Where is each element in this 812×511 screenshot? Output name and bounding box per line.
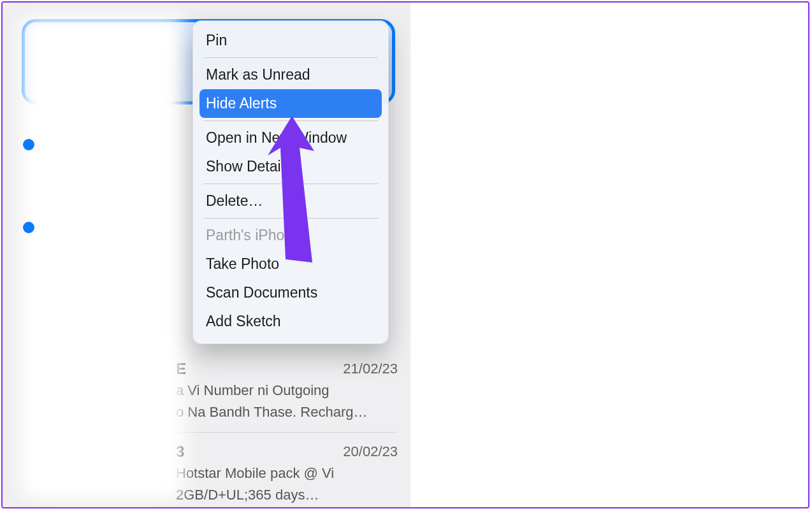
conversation-row[interactable]: E 21/02/23 a Vi Number ni Outgoing o Na … xyxy=(176,359,398,433)
annotated-screenshot-frame: E 21/02/23 a Vi Number ni Outgoing o Na … xyxy=(1,1,809,508)
conversation-preview: Hotstar Mobile pack @ Vi xyxy=(176,464,398,483)
menu-item-scan-documents[interactable]: Scan Documents xyxy=(199,278,382,307)
conversation-preview: o Na Bandh Thase. Recharg… xyxy=(176,403,398,422)
unread-dot-icon xyxy=(23,139,34,150)
conversation-preview: 2GB/D+UL;365 days… xyxy=(176,486,398,505)
menu-item-show-details[interactable]: Show Details xyxy=(199,152,382,181)
menu-separator xyxy=(203,218,378,219)
conversation-date: 20/02/23 xyxy=(343,442,398,461)
menu-separator xyxy=(203,184,378,184)
menu-item-pin[interactable]: Pin xyxy=(199,26,382,55)
conversation-date: 21/02/23 xyxy=(343,359,398,378)
menu-item-hide-alerts[interactable]: Hide Alerts xyxy=(199,89,382,118)
menu-device-header: Parth's iPhone xyxy=(199,221,382,250)
menu-item-open-new-window[interactable]: Open in New Window xyxy=(199,124,382,152)
context-menu: Pin Mark as Unread Hide Alerts Open in N… xyxy=(192,20,389,344)
menu-item-take-photo[interactable]: Take Photo xyxy=(199,250,382,278)
menu-separator xyxy=(203,120,378,121)
menu-item-delete[interactable]: Delete… xyxy=(199,187,382,215)
conversation-row[interactable]: 3 20/02/23 Hotstar Mobile pack @ Vi 2GB/… xyxy=(176,442,398,505)
menu-separator xyxy=(203,57,378,58)
unread-dot-icon xyxy=(23,222,34,233)
menu-item-add-sketch[interactable]: Add Sketch xyxy=(199,307,382,336)
conversation-preview: a Vi Number ni Outgoing xyxy=(176,381,398,400)
redacted-blur-overlay xyxy=(20,15,185,500)
menu-item-mark-unread[interactable]: Mark as Unread xyxy=(199,61,382,89)
row-separator xyxy=(176,432,398,433)
